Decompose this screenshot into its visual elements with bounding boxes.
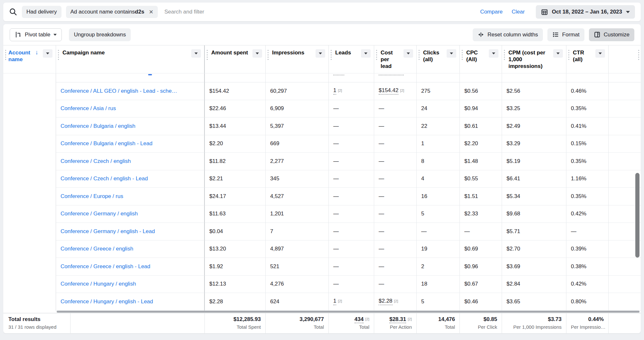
column-menu-button[interactable] — [489, 49, 498, 58]
pivot-table-button[interactable]: Pivot table — [10, 28, 62, 41]
empty-cell — [609, 82, 641, 100]
totals-label: Per 1,000 Impressions — [507, 324, 562, 330]
amount-spent-cell: $22.46 — [205, 100, 266, 118]
footnote-marker: [2] — [338, 89, 342, 92]
account-name-cell — [3, 205, 56, 223]
search-input[interactable]: Search and filter — [164, 9, 480, 15]
totals-value[interactable]: $28.31[2] — [379, 316, 412, 323]
campaign-link[interactable]: Conference / Hungary / english — [61, 281, 136, 287]
chevron-down-icon — [256, 52, 259, 54]
estimated-metric-link[interactable]: 1 — [333, 87, 336, 95]
compare-link[interactable]: Compare — [480, 9, 503, 15]
drag-handle-icon[interactable] — [207, 50, 208, 61]
remove-filter-icon[interactable]: ✕ — [149, 9, 153, 15]
column-menu-button[interactable] — [191, 49, 201, 58]
empty-cell — [609, 258, 641, 276]
account-name-cell — [3, 82, 56, 100]
drag-handle-icon[interactable] — [58, 50, 59, 61]
drag-handle-icon[interactable] — [268, 50, 269, 61]
customize-button[interactable]: Customize — [589, 28, 634, 41]
campaign-link[interactable]: Conference / Europe / rus — [61, 193, 123, 200]
column-menu-button[interactable] — [361, 49, 371, 58]
column-header-impressions[interactable]: Impressions — [266, 45, 329, 73]
totals-metric-cell: 0.44%Per Impressio… — [566, 313, 609, 334]
drag-handle-icon[interactable] — [504, 50, 505, 61]
column-header-clicks-all[interactable]: Clicks (all) — [417, 45, 460, 73]
column-header-amount-spent[interactable]: Amount spent — [205, 45, 266, 73]
cpc-cell: $0.55 — [460, 170, 502, 188]
campaign-link[interactable]: Conference / Germany / english — [61, 211, 138, 217]
column-header-cpm[interactable]: CPM (cost per 1,000 impressions) — [502, 45, 566, 73]
column-header-cost-per-lead[interactable]: Cost per lead — [374, 45, 417, 73]
estimated-metric-link[interactable]: $154.42 — [379, 87, 398, 95]
totals-label: Per Action — [379, 324, 412, 330]
totals-value[interactable]: 434[2] — [333, 316, 369, 323]
horizontal-scrollbar-thumb[interactable] — [57, 311, 639, 313]
format-button[interactable]: Format — [547, 28, 584, 41]
totals-campaign-cell — [71, 313, 205, 334]
campaign-link[interactable]: Conference / Greece / english - Lead — [61, 263, 150, 270]
drag-handle-icon[interactable] — [5, 50, 6, 61]
date-range-button[interactable]: Oct 18, 2022 – Jan 16, 2023 — [536, 5, 635, 19]
campaign-link[interactable]: Conference / Asia / rus — [61, 105, 116, 112]
table-row: Conference / Germany / english$11.631,20… — [3, 205, 641, 223]
column-menu-button[interactable] — [403, 49, 413, 58]
campaign-link[interactable]: Conference / Bulgaria / english — [61, 123, 135, 129]
totals-metric-cell[interactable]: 434[2]Total — [329, 313, 374, 334]
ungroup-breakdowns-button[interactable]: Ungroup breakdowns — [69, 28, 131, 41]
chevron-down-icon — [407, 52, 410, 54]
totals-metric-cell[interactable]: $28.31[2]Per Action — [374, 313, 417, 334]
campaign-link[interactable]: Conference / Germany / english - Lead — [61, 228, 155, 235]
footnote-marker: [2] — [394, 299, 398, 303]
campaign-link[interactable]: Conference / Hungary / english - Lead — [61, 298, 153, 305]
totals-title: Total results — [8, 316, 66, 323]
clear-link[interactable]: Clear — [512, 9, 525, 15]
vertical-scrollbar-thumb[interactable] — [635, 173, 639, 258]
campaign-link[interactable]: Conference / Bulgaria / english - Lead — [61, 140, 152, 147]
column-menu-button[interactable] — [252, 49, 262, 58]
column-header-cpc-all[interactable]: CPC (All) — [460, 45, 502, 73]
cost-per-lead-cell: — — [374, 205, 417, 223]
filter-chip-had-delivery[interactable]: Had delivery — [22, 6, 62, 18]
empty-cell — [609, 135, 641, 153]
campaign-name-cell: Conference / Hungary / english — [56, 276, 205, 293]
drag-handle-icon[interactable] — [419, 50, 420, 61]
amount-spent-cell: $2.21 — [205, 170, 266, 188]
filter-chip-ad-account-name[interactable]: Ad account name contains d2s ✕ — [66, 6, 158, 18]
ctr-cell: 0.35% — [566, 188, 609, 205]
impressions-cell: 4,897 — [266, 241, 329, 258]
campaign-link[interactable]: Conference / ALL GEO / english - Lead - … — [61, 88, 177, 94]
column-header-leads[interactable]: Leads — [329, 45, 374, 73]
impressions-cell: 7 — [266, 223, 329, 241]
column-header-account-name[interactable]: Account name ↓ — [3, 45, 56, 73]
clicks-cell: 8 — [417, 153, 460, 170]
campaign-link[interactable]: Conference / Czech / english — [61, 158, 131, 165]
column-menu-button[interactable] — [43, 49, 52, 58]
drag-handle-icon[interactable] — [331, 50, 332, 61]
estimated-metric-link[interactable]: $2.28 — [379, 298, 393, 305]
column-menu-button[interactable] — [595, 49, 605, 58]
table-row: Conference / Greece / english - Lead$1.9… — [3, 258, 641, 276]
horizontal-scrollbar[interactable] — [3, 311, 641, 313]
column-header-ctr-all[interactable]: CTR (all) — [566, 45, 609, 73]
column-menu-button[interactable] — [447, 49, 456, 58]
empty-cell — [609, 293, 641, 311]
drag-handle-icon[interactable] — [568, 50, 569, 61]
drag-handle-icon[interactable] — [376, 50, 377, 61]
column-header-campaign-name[interactable]: Campaign name — [56, 45, 205, 73]
drag-handle-icon[interactable] — [638, 50, 639, 61]
campaign-link[interactable]: Conference / Greece / english — [61, 246, 133, 252]
reset-column-widths-button[interactable]: Reset column widths — [473, 28, 543, 41]
reset-column-widths-icon — [478, 31, 484, 38]
drag-handle-icon[interactable] — [462, 50, 463, 61]
cost-per-lead-cell: $154.42[2] — [374, 82, 417, 100]
table-row: Conference / Bulgaria / english - Lead$2… — [3, 135, 641, 153]
estimated-metric-link[interactable]: 1 — [333, 298, 336, 305]
campaign-link[interactable]: Conference / Czech / english - Lead — [61, 175, 148, 182]
column-menu-button[interactable] — [553, 49, 563, 58]
impressions-cell: 60,297 — [266, 82, 329, 100]
column-menu-button[interactable] — [316, 49, 325, 58]
cpm-cell: $3.29 — [502, 135, 566, 153]
totals-metric-cell: $3.73Per 1,000 Impressions — [502, 313, 566, 334]
campaign-name-cell: Conference / Greece / english - Lead — [56, 258, 205, 276]
